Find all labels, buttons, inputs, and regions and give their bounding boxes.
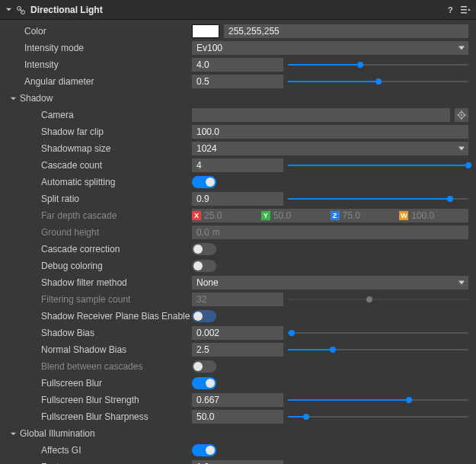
cascade-segment: Y50.0 <box>261 210 291 221</box>
intensity-mode-select[interactable]: Ev100 <box>192 41 468 55</box>
target-picker-button[interactable] <box>455 108 468 122</box>
far-depth-cascade-label: Far depth cascade <box>41 210 117 221</box>
intensity-slider[interactable] <box>288 58 468 72</box>
angular-diameter-row: Angular diameter <box>0 73 476 90</box>
auto-splitting-toggle[interactable] <box>192 176 216 188</box>
camera-label: Camera <box>41 110 74 120</box>
cascade-segment: W100.0 <box>399 210 434 221</box>
shadowmap-size-select[interactable]: 1024 <box>192 142 468 155</box>
cascade-correction-label: Cascade correction <box>41 244 120 254</box>
camera-field[interactable] <box>192 108 450 122</box>
cascade-count-row: Cascade count <box>0 157 476 174</box>
far-depth-cascade-row: Far depth cascade X25.0Y50.0Z75.0W100.0 <box>0 207 476 224</box>
component-header: Directional Light ? <box>0 0 476 20</box>
shadow-bias-slider[interactable] <box>288 326 468 340</box>
recv-plane-bias-toggle[interactable] <box>192 310 216 322</box>
chevron-down-icon <box>9 430 17 437</box>
cascade-value: 50.0 <box>273 210 291 221</box>
ground-height-input: 0.0m <box>192 226 468 239</box>
split-ratio-slider[interactable] <box>288 192 468 206</box>
cascade-tag: W <box>399 211 408 220</box>
filter-method-row: Shadow filter method None <box>0 274 476 291</box>
chevron-down-icon <box>9 94 17 102</box>
fs-blur-sharp-row: Fullscreen Blur Sharpness <box>0 408 476 425</box>
light-icon <box>15 5 26 15</box>
cascade-correction-row: Cascade correction <box>0 241 476 258</box>
cascade-count-input[interactable] <box>192 158 283 172</box>
collapse-icon[interactable] <box>5 6 12 14</box>
filter-method-label: Shadow filter method <box>41 277 127 288</box>
cascade-tag: Y <box>261 211 270 220</box>
cascade-count-label: Cascade count <box>41 160 102 171</box>
gi-factor-input[interactable] <box>192 460 283 464</box>
affects-gi-toggle[interactable] <box>192 444 216 456</box>
normal-bias-input[interactable] <box>192 343 283 357</box>
recv-plane-bias-label: Shadow Receiver Plane Bias Enable <box>41 311 190 322</box>
intensity-row: Intensity <box>0 56 476 73</box>
cascade-correction-toggle[interactable] <box>192 243 216 255</box>
filter-method-select[interactable]: None <box>192 276 468 290</box>
fs-blur-strength-slider[interactable] <box>288 393 468 407</box>
filter-samples-input: 32 <box>192 293 283 306</box>
fs-blur-strength-label: Fullscreen Blur Strength <box>41 395 139 405</box>
shadowmap-size-row: Shadowmap size 1024 <box>0 140 476 157</box>
blend-cascades-toggle <box>192 360 216 373</box>
cascade-tag: X <box>192 211 201 220</box>
svg-rect-6 <box>461 12 467 14</box>
color-input[interactable] <box>224 24 468 38</box>
cascade-segment: Z75.0 <box>331 210 360 221</box>
intensity-mode-row: Intensity mode Ev100 <box>0 40 476 56</box>
shadow-far-clip-label: Shadow far clip <box>41 126 104 137</box>
help-icon[interactable]: ? <box>446 5 455 14</box>
gi-section-header[interactable]: Global Illumination <box>0 425 476 442</box>
cascade-count-slider[interactable] <box>288 158 468 172</box>
shadow-far-clip-row: Shadow far clip <box>0 123 476 140</box>
blend-cascades-label: Blend between cascades <box>41 361 142 372</box>
cascade-segment: X25.0 <box>192 210 222 221</box>
cascade-value: 25.0 <box>204 210 222 221</box>
fs-blur-sharp-label: Fullscreen Blur Sharpness <box>41 411 149 422</box>
menu-icon[interactable] <box>461 5 471 14</box>
fs-blur-strength-row: Fullscreen Blur Strength <box>0 392 476 408</box>
fs-blur-strength-input[interactable] <box>192 393 283 407</box>
color-row: Color <box>0 23 476 40</box>
filter-samples-label: Filtering sample count <box>41 294 130 305</box>
affects-gi-label: Affects GI <box>41 445 81 456</box>
gi-section-label: Global Illumination <box>20 428 95 439</box>
ground-height-row: Ground height 0.0m <box>0 224 476 241</box>
blend-cascades-row: Blend between cascades <box>0 358 476 375</box>
fs-blur-sharp-slider[interactable] <box>288 410 468 424</box>
normal-bias-row: Normal Shadow Bias <box>0 341 476 358</box>
shadow-far-clip-input[interactable] <box>192 125 468 139</box>
cascade-value: 100.0 <box>411 210 434 221</box>
debug-coloring-label: Debug coloring <box>41 261 103 271</box>
auto-splitting-label: Automatic splitting <box>41 177 115 187</box>
affects-gi-row: Affects GI <box>0 442 476 459</box>
fs-blur-toggle[interactable] <box>192 377 216 389</box>
shadow-bias-label: Shadow Bias <box>41 328 94 338</box>
angular-diameter-slider[interactable] <box>288 75 468 88</box>
far-depth-cascade-bar: X25.0Y50.0Z75.0W100.0 <box>192 209 468 222</box>
color-label: Color <box>24 26 46 37</box>
intensity-label: Intensity <box>24 59 59 70</box>
shadow-bias-row: Shadow Bias <box>0 325 476 341</box>
gi-factor-slider[interactable] <box>288 460 468 464</box>
gi-factor-row: Factor <box>0 459 476 464</box>
auto-splitting-row: Automatic splitting <box>0 174 476 190</box>
color-swatch[interactable] <box>192 24 219 38</box>
filter-samples-slider <box>288 293 468 306</box>
fs-blur-sharp-input[interactable] <box>192 410 283 424</box>
fs-blur-row: Fullscreen Blur <box>0 375 476 392</box>
intensity-input[interactable] <box>192 58 283 72</box>
angular-diameter-input[interactable] <box>192 75 283 88</box>
ground-height-label: Ground height <box>41 227 99 238</box>
debug-coloring-toggle[interactable] <box>192 260 216 272</box>
shadowmap-size-label: Shadowmap size <box>41 143 110 154</box>
camera-row: Camera <box>0 107 476 123</box>
normal-bias-slider[interactable] <box>288 343 468 357</box>
component-title: Directional Light <box>30 5 446 15</box>
shadow-section-header[interactable]: Shadow <box>0 90 476 107</box>
filter-samples-row: Filtering sample count 32 <box>0 291 476 308</box>
shadow-bias-input[interactable] <box>192 326 283 340</box>
split-ratio-input[interactable] <box>192 192 283 206</box>
